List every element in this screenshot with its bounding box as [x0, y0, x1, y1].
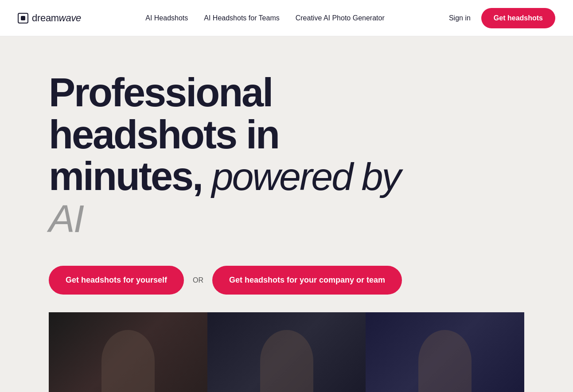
sign-in-link[interactable]: Sign in [449, 14, 471, 22]
logo-icon-inner [21, 16, 25, 20]
get-headshots-team-button[interactable]: Get headshots for your company or team [212, 266, 402, 295]
nav-item-ai-headshots-teams: AI Headshots for Teams [204, 14, 279, 22]
nav-item-creative-ai: Creative AI Photo Generator [296, 14, 385, 22]
get-headshots-nav-button[interactable]: Get headshots [481, 8, 555, 28]
nav-link-creative-ai[interactable]: Creative AI Photo Generator [296, 14, 385, 22]
hero-headline-line3-normal: minutes, [49, 154, 202, 198]
nav-link-ai-headshots[interactable]: AI Headshots [145, 14, 188, 22]
logo-wave: wave [59, 12, 81, 23]
photo-placeholder-1 [49, 312, 207, 392]
or-divider: OR [193, 276, 203, 284]
nav-links: AI Headshots AI Headshots for Teams Crea… [145, 14, 385, 22]
logo-dream: dream [32, 12, 59, 23]
hero-section: Professional headshots in minutes, power… [0, 36, 573, 392]
get-headshots-yourself-button[interactable]: Get headshots for yourself [49, 266, 184, 295]
photo-placeholder-2 [207, 312, 366, 392]
navbar: dreamwave AI Headshots AI Headshots for … [0, 0, 573, 36]
hero-buttons: Get headshots for yourself OR Get headsh… [49, 266, 524, 295]
nav-right: Sign in Get headshots [449, 8, 555, 28]
hero-headline-line2: headshots in [49, 113, 279, 157]
logo-text: dreamwave [32, 12, 81, 24]
hero-headline: Professional headshots in minutes, power… [49, 72, 483, 239]
photo-strip [49, 312, 524, 392]
nav-link-ai-headshots-teams[interactable]: AI Headshots for Teams [204, 14, 279, 22]
hero-headline-line3-italic: powered by [202, 155, 400, 198]
hero-headline-line1: Professional [49, 70, 272, 115]
logo[interactable]: dreamwave [18, 12, 81, 24]
photo-placeholder-3 [366, 312, 524, 392]
hero-headline-ai: AI [49, 197, 83, 241]
logo-icon [18, 13, 28, 23]
nav-item-ai-headshots: AI Headshots [145, 14, 188, 22]
